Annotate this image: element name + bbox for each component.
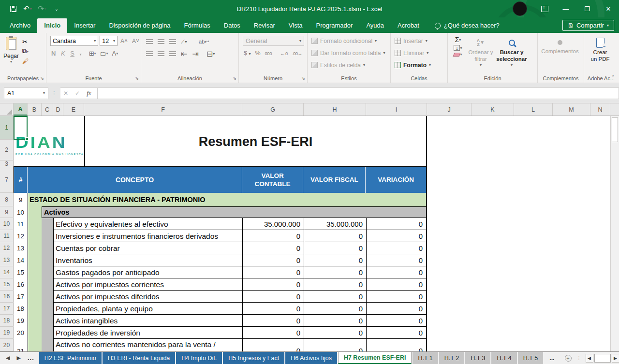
ribbon-tab[interactable]: Vista xyxy=(282,18,310,33)
row-number-cell[interactable]: 12 xyxy=(14,230,28,242)
column-header[interactable]: L xyxy=(514,103,553,116)
bold-button[interactable]: N xyxy=(51,50,56,57)
row-number-cell[interactable]: 14 xyxy=(14,254,28,266)
number-format-combo[interactable]: General▾ xyxy=(243,36,304,46)
section-gutter[interactable] xyxy=(28,339,42,351)
variacion-cell[interactable]: 0 xyxy=(366,242,427,254)
variacion-cell[interactable]: 0 xyxy=(366,303,427,315)
orientation-button[interactable]: ⟋▾ xyxy=(181,39,187,45)
increase-font-button[interactable]: A˄ xyxy=(119,38,129,44)
restore-button[interactable]: ❐ xyxy=(576,0,598,17)
valor-fiscal-cell[interactable]: 0 xyxy=(304,230,366,242)
section-gutter[interactable] xyxy=(28,303,42,315)
concept-cell[interactable]: Propiedades, planta y equipo xyxy=(53,303,242,315)
valor-fiscal-cell[interactable]: 0 xyxy=(304,327,366,339)
concept-cell[interactable]: Propiedades de inversión xyxy=(53,327,242,339)
column-header[interactable]: D xyxy=(53,103,63,116)
column-header[interactable]: K xyxy=(472,103,514,116)
subsection-gutter[interactable] xyxy=(42,315,53,327)
row-header[interactable]: 18 xyxy=(0,315,14,327)
variacion-cell[interactable]: 0 xyxy=(366,339,427,351)
name-box[interactable]: A1 ▾ xyxy=(4,87,48,99)
concept-cell[interactable]: Efectivo y equivalentes al efectivo xyxy=(53,218,242,230)
sheet-tab[interactable]: H3 ERI - Renta Liquida xyxy=(103,352,176,364)
sheet-tab[interactable]: H5 Ingresos y Fact xyxy=(223,352,284,364)
minimize-button[interactable]: — xyxy=(555,0,576,17)
autosum-button[interactable]: Σ ▾ xyxy=(451,36,465,44)
header-variacion[interactable]: VARIACIÓN xyxy=(365,167,426,193)
subsection-gutter[interactable] xyxy=(42,266,53,278)
column-header[interactable]: E xyxy=(63,103,84,116)
row-header[interactable]: 15 xyxy=(0,278,14,291)
valor-fiscal-cell[interactable]: 0 xyxy=(304,291,366,303)
section-gutter[interactable] xyxy=(28,278,42,291)
concept-cell[interactable]: Activos no corrientes mantenidos para la… xyxy=(53,339,242,351)
clipboard-dialog-launcher[interactable]: ⇘ xyxy=(40,76,44,81)
section-gutter[interactable] xyxy=(28,327,42,339)
sheet-tab[interactable]: H.T 1 xyxy=(413,352,438,364)
column-header[interactable]: F xyxy=(84,103,242,116)
concept-cell[interactable]: Cuentas por cobrar xyxy=(53,242,242,254)
copy-button[interactable]: ⧉ ▾ xyxy=(22,47,29,55)
row-number-cell[interactable]: 9 xyxy=(14,193,28,206)
align-left-button[interactable] xyxy=(146,51,153,56)
row-header[interactable]: 7 xyxy=(0,167,14,193)
align-middle-button[interactable] xyxy=(158,39,164,44)
column-header[interactable]: A xyxy=(14,103,28,116)
valor-fiscal-cell[interactable]: 0 xyxy=(304,315,366,327)
close-button[interactable]: ✕ xyxy=(598,0,619,17)
create-pdf-button[interactable]: Crear un PDF xyxy=(584,35,616,63)
percent-format-button[interactable]: % xyxy=(255,50,260,57)
ribbon-tab[interactable]: Archivo xyxy=(3,18,37,33)
ribbon-tab[interactable]: Ayuda xyxy=(359,18,391,33)
vertical-scrollbar-thumb[interactable] xyxy=(612,117,618,142)
format-as-table-button[interactable]: Dar formato como tabla▾ xyxy=(311,47,390,59)
variacion-cell[interactable]: 0 xyxy=(366,291,427,303)
user-avatar[interactable] xyxy=(513,1,527,16)
subsection-gutter[interactable] xyxy=(42,303,53,315)
clear-button[interactable]: ▾ xyxy=(451,52,465,57)
horizontal-scrollbar[interactable]: ◀ ▶ xyxy=(586,352,619,364)
prev-sheet-button[interactable]: ◀ xyxy=(6,355,10,361)
section-gutter[interactable] xyxy=(28,266,42,278)
ribbon-tab[interactable]: Datos xyxy=(217,18,247,33)
header-concepto[interactable]: CONCEPTO xyxy=(27,167,241,193)
row-number-cell[interactable]: 11 xyxy=(14,218,28,230)
row-number-cell[interactable]: 13 xyxy=(14,242,28,254)
variacion-cell[interactable]: 0 xyxy=(366,266,427,278)
row-header[interactable]: 2 xyxy=(0,140,14,160)
scroll-left-button[interactable]: ◀ xyxy=(586,354,593,363)
column-header[interactable]: C xyxy=(42,103,53,116)
align-bottom-button[interactable] xyxy=(169,39,176,44)
row-header[interactable]: 14 xyxy=(0,266,14,278)
insert-cells-button[interactable]: Insertar▾ xyxy=(395,35,447,47)
ribbon-tab[interactable]: Inicio xyxy=(37,18,67,33)
valor-contable-cell[interactable]: 0 xyxy=(242,230,304,242)
column-header[interactable]: H xyxy=(304,103,366,116)
underline-button[interactable]: S xyxy=(70,50,74,57)
row-header[interactable]: 3 xyxy=(0,160,14,167)
section-gutter[interactable] xyxy=(28,206,42,218)
row-number-cell[interactable]: 21 xyxy=(14,339,28,351)
horizontal-scrollbar-thumb[interactable] xyxy=(594,354,611,363)
column-header[interactable]: I xyxy=(366,103,427,116)
row-number-cell[interactable]: 10 xyxy=(14,206,28,218)
row-number-cell[interactable]: 18 xyxy=(14,303,28,315)
format-cells-button[interactable]: Formato▾ xyxy=(395,59,447,71)
merge-center-button[interactable]: ⊟ ▾ xyxy=(206,49,215,58)
valor-contable-cell[interactable]: 0 xyxy=(242,291,304,303)
valor-contable-cell[interactable]: 0 xyxy=(242,278,304,291)
valor-contable-cell[interactable]: 0 xyxy=(242,327,304,339)
row-number-cell[interactable]: 20 xyxy=(14,327,28,339)
customize-qat-button[interactable]: ⌄ xyxy=(50,2,63,15)
column-header[interactable]: M xyxy=(553,103,590,116)
alignment-dialog-launcher[interactable]: ⇘ xyxy=(233,76,236,81)
decrease-decimal-button[interactable]: .00→ xyxy=(292,51,302,56)
align-top-button[interactable] xyxy=(146,39,153,44)
section-gutter[interactable] xyxy=(28,315,42,327)
select-all-button[interactable] xyxy=(0,103,14,116)
font-size-combo[interactable]: 12▾ xyxy=(100,36,118,46)
cell-styles-button[interactable]: Estilos de celda▾ xyxy=(311,59,390,71)
ribbon-tab[interactable]: Acrobat xyxy=(391,18,426,33)
header-valor-contable[interactable]: VALOR CONTABLE xyxy=(242,167,303,193)
